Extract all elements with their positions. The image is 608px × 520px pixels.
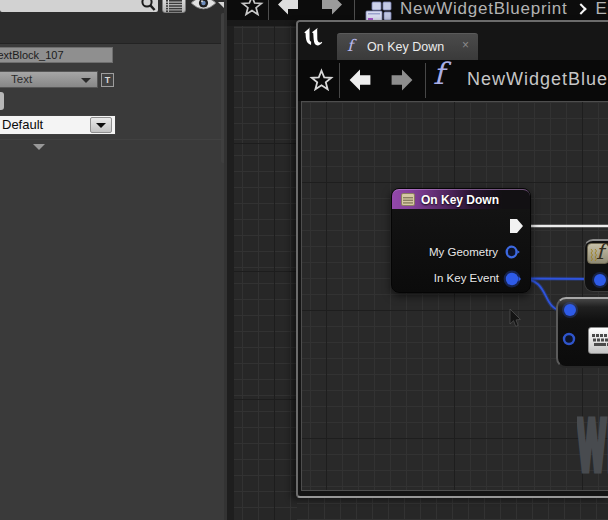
advanced-expander-icon[interactable] <box>33 144 45 150</box>
search-icon <box>140 0 156 12</box>
appearance-combo[interactable]: Default <box>0 115 116 135</box>
toolbar-separator <box>354 0 355 22</box>
pin-unconnected[interactable] <box>561 331 577 347</box>
function-icon: f <box>347 36 353 55</box>
toolbar-separator <box>339 63 340 98</box>
favorite-star-icon[interactable] <box>240 0 264 18</box>
combo-caret-icon <box>81 78 91 83</box>
outer-graph-canvas-bottom[interactable] <box>297 498 608 520</box>
unreal-editor: NewWidgetBlueprintE <box>0 0 608 520</box>
breadcrumb[interactable]: NewWidgetBlueprintE <box>400 0 608 19</box>
details-header-band <box>0 13 227 44</box>
font-family-combo[interactable]: Text <box>0 71 98 88</box>
eye-dropdown-caret-icon[interactable] <box>218 2 227 8</box>
outer-graph-canvas[interactable] <box>234 26 297 520</box>
panel-splitter[interactable] <box>227 26 234 520</box>
window-toolbar: f NewWidgetBlue <box>298 60 608 101</box>
exec-output-pin[interactable] <box>509 218 524 234</box>
breadcrumb-next[interactable]: E <box>596 0 608 18</box>
function-icon: f <box>433 60 444 91</box>
details-panel: TextBlock_107 Text T Default <box>0 0 227 520</box>
window-titlebar[interactable]: f On Key Down × <box>298 22 608 60</box>
widget-name-field[interactable]: TextBlock_107 <box>0 47 113 63</box>
pin-label: My Geometry <box>429 246 498 258</box>
search-input[interactable] <box>0 0 158 12</box>
tab-label: On Key Down <box>367 40 444 54</box>
tab-on-key-down[interactable]: f On Key Down × <box>337 33 478 60</box>
mouse-cursor-icon <box>509 309 521 329</box>
keyboard-key-selector-button[interactable] <box>588 327 608 354</box>
toolbar-separator <box>268 0 269 22</box>
blueprint-graph-canvas[interactable]: WI f <box>301 101 608 491</box>
input-pin-connected[interactable] <box>591 271 608 289</box>
pin-connected[interactable] <box>561 301 579 319</box>
unreal-engine-logo-icon <box>304 27 323 46</box>
partial-button[interactable] <box>0 92 4 110</box>
keyboard-icon <box>592 334 608 348</box>
combo-caret-icon <box>96 123 106 128</box>
favorite-star-icon[interactable] <box>309 68 334 93</box>
list-view-icon <box>166 0 182 12</box>
back-arrow-icon[interactable] <box>277 0 299 17</box>
blueprint-function-window: f On Key Down × f NewWidgetBlue WI <box>296 20 608 498</box>
key-event-pin-connected[interactable] <box>503 270 521 288</box>
details-scrollbar-thumb[interactable] <box>221 13 226 163</box>
divider <box>0 139 227 140</box>
toolbar-separator <box>425 63 426 98</box>
list-view-button[interactable] <box>162 0 186 13</box>
function-squiggle-icon <box>590 248 600 262</box>
tab-close-icon[interactable]: × <box>462 39 469 51</box>
node-function-partial[interactable]: f <box>584 239 608 292</box>
eye-visibility-icon[interactable] <box>190 0 217 11</box>
back-arrow-icon[interactable] <box>348 67 372 93</box>
forward-arrow-icon[interactable] <box>321 0 343 17</box>
node-header: On Key Down <box>392 189 530 209</box>
pin-label: In Key Event <box>434 272 499 284</box>
font-style-button[interactable]: T <box>101 73 114 87</box>
font-family-value: Text <box>11 73 32 85</box>
window-breadcrumb-title[interactable]: NewWidgetBlue <box>467 69 608 90</box>
node-title: On Key Down <box>421 193 499 207</box>
node-on-key-down[interactable]: On Key Down My Geometry In Key Event <box>391 188 531 293</box>
forward-arrow-icon[interactable] <box>390 67 414 93</box>
breadcrumb-separator-icon <box>575 3 586 14</box>
combo-arrow-button[interactable] <box>90 117 112 133</box>
widget-event-icon <box>401 193 415 206</box>
geometry-pin-unconnected[interactable] <box>505 245 521 259</box>
function-node-icon: f <box>587 243 608 264</box>
breadcrumb-root[interactable]: NewWidgetBlueprint <box>400 0 568 18</box>
appearance-value: Default <box>2 117 43 132</box>
